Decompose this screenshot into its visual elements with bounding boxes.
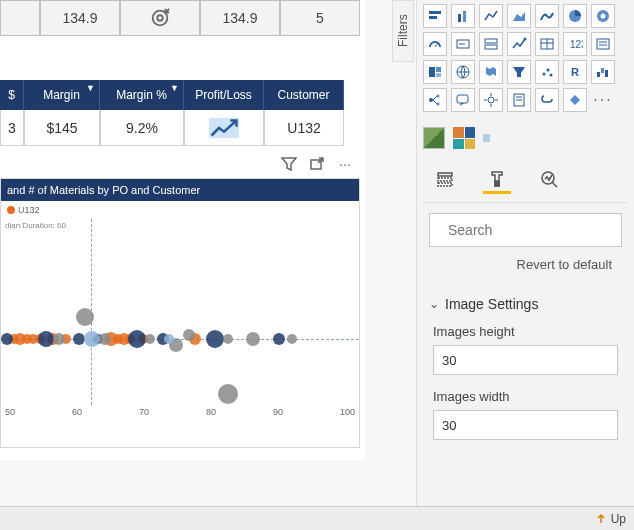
col-profit-loss[interactable]: Profit/Loss [184,80,264,110]
clustered-column-icon[interactable] [451,4,475,28]
median-label: dian Duration: 60 [5,221,66,230]
filled-map-icon[interactable] [479,60,503,84]
table-header: $ Margin▼ Margin %▼ Profit/Loss Customer [0,80,344,110]
table-icon[interactable] [535,32,559,56]
col-margin-pct[interactable]: Margin %▼ [100,80,184,110]
svg-rect-5 [458,14,461,22]
svg-rect-20 [597,39,609,49]
data-point[interactable] [218,384,238,404]
data-point[interactable] [183,329,195,341]
funnel-icon[interactable] [507,60,531,84]
fields-tab[interactable] [431,166,459,194]
pie-chart-icon[interactable] [563,4,587,28]
images-height-input[interactable] [433,345,618,375]
more-visuals-icon[interactable]: ··· [591,88,615,112]
minibar-thumb[interactable] [483,134,505,142]
data-point[interactable] [287,334,297,344]
card-icon[interactable] [451,32,475,56]
theme-thumbnails [423,126,628,150]
filter-icon[interactable] [279,154,299,174]
treemap-icon[interactable] [423,60,447,84]
images-width-label: Images width [433,389,618,404]
filters-pane-tab[interactable]: Filters [392,0,414,62]
legend-label: U132 [18,205,40,215]
r-visual-icon[interactable]: R [563,60,587,84]
search-input[interactable] [448,222,623,238]
donut-chart-icon[interactable] [591,4,615,28]
decomposition-tree-icon[interactable] [423,88,447,112]
image-settings-section[interactable]: ⌄ Image Settings [423,296,628,312]
col-dollar[interactable]: $ [0,80,24,110]
summary-cell-kpi-icon [120,0,200,36]
svg-point-9 [601,14,606,19]
multi-row-card-icon[interactable] [479,32,503,56]
table-row[interactable]: 3 $145 9.2% U132 [0,110,344,146]
line-chart-icon[interactable] [479,4,503,28]
format-tabs [423,166,628,203]
svg-point-40 [488,97,494,103]
col-margin[interactable]: Margin▼ [24,80,100,110]
powerapps-icon[interactable] [563,88,587,112]
more-options-icon[interactable]: ··· [335,154,355,174]
data-point[interactable] [76,308,94,326]
search-box[interactable] [429,213,622,247]
data-point[interactable] [223,334,233,344]
svg-rect-50 [438,183,452,186]
svg-point-28 [547,69,550,72]
data-point[interactable] [246,332,260,346]
summary-cell-v3: 5 [280,0,360,36]
status-bar: Up [0,506,634,530]
svg-rect-51 [495,181,499,186]
images-width-input[interactable] [433,410,618,440]
scatter-icon[interactable] [535,60,559,84]
data-point[interactable] [1,333,13,345]
visualizations-pane: 123R··· Revert to default ⌄ Image Settin… [416,0,634,530]
data-point[interactable] [206,330,224,348]
image-thumb[interactable] [423,127,445,149]
data-point[interactable] [38,331,54,347]
visual-hover-toolbar: ··· [279,152,355,176]
cell-profit-loss [184,110,264,146]
svg-text:R: R [571,66,579,78]
data-point[interactable] [128,330,146,348]
paginated-report-icon[interactable] [507,88,531,112]
sort-desc-icon: ▼ [170,83,179,93]
images-height-label: Images height [433,324,618,339]
area-chart-icon[interactable] [507,4,531,28]
x-axis: 5060708090100 [1,407,359,423]
data-point[interactable] [273,333,285,345]
summary-cell-blank [0,0,40,36]
matrix-icon[interactable]: 123 [563,32,587,56]
waterfall-icon[interactable] [591,60,615,84]
analytics-tab[interactable] [535,166,563,194]
format-tab[interactable] [483,166,511,194]
stacked-bar-icon[interactable] [423,4,447,28]
data-point[interactable] [164,334,174,344]
svg-rect-32 [601,68,604,73]
python-visual-icon[interactable] [535,88,559,112]
color-thumb[interactable] [453,127,475,149]
data-point[interactable] [145,334,155,344]
kpi-icon[interactable] [507,32,531,56]
images-height-field: Images height [423,324,628,389]
data-point[interactable] [53,333,65,345]
ribbon-chart-icon[interactable] [535,4,559,28]
gauge-icon[interactable] [423,32,447,56]
key-influencers-icon[interactable] [479,88,503,112]
slicer-icon[interactable] [591,32,615,56]
revert-to-default-link[interactable]: Revert to default [423,257,628,272]
map-icon[interactable] [451,60,475,84]
svg-rect-6 [463,11,466,22]
qa-icon[interactable] [451,88,475,112]
svg-rect-39 [457,95,468,103]
svg-rect-23 [429,67,435,77]
data-point[interactable] [99,333,111,345]
svg-rect-14 [485,45,497,49]
svg-point-38 [437,103,440,106]
data-point[interactable] [84,331,100,347]
scatter-chart-visual[interactable]: and # of Materials by PO and Customer U1… [0,178,360,448]
focus-mode-icon[interactable] [307,154,327,174]
target-icon [149,7,171,29]
svg-text:123: 123 [570,39,583,50]
col-customer[interactable]: Customer [264,80,344,110]
